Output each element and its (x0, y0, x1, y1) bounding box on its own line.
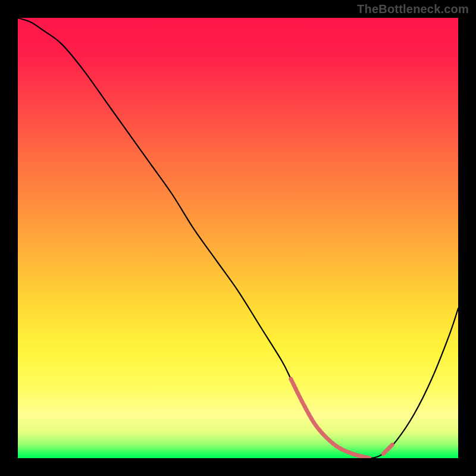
chart-svg (18, 18, 458, 458)
series-curve (18, 18, 458, 458)
series-highlight-flat (291, 379, 370, 458)
chart-stage: TheBottleneck.com (0, 0, 476, 476)
plot-area (18, 18, 458, 458)
watermark-text: TheBottleneck.com (357, 2, 469, 16)
series-highlight-dash-right (383, 445, 392, 454)
